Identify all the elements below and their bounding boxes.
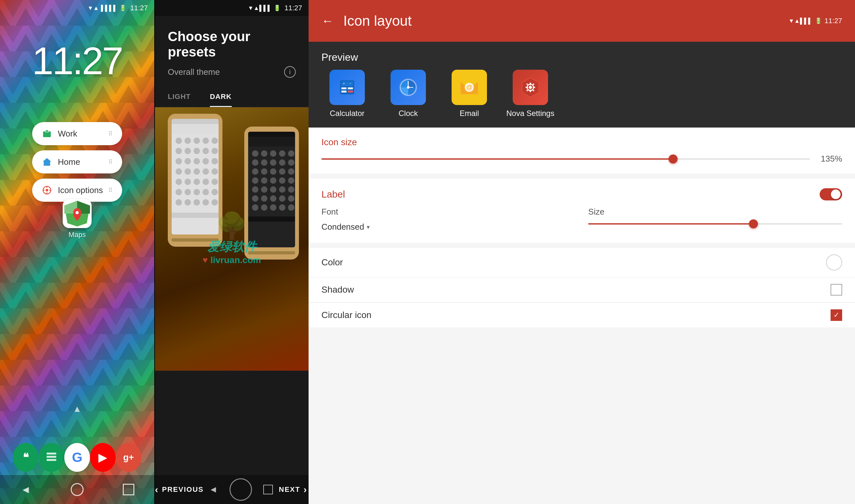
preview-nova: Nova Settings: [505, 70, 556, 118]
header-time: 11:27: [824, 17, 842, 25]
preview-email: @ Email: [443, 70, 495, 118]
svg-text:@: @: [466, 84, 472, 91]
icon-options-icon: [41, 184, 53, 196]
tab-dark[interactable]: DARK: [210, 87, 232, 107]
status-icons: ▼▲ ▌▌▌▌ 🔋 11:27: [87, 4, 148, 12]
maps-label: Maps: [68, 231, 86, 239]
bars-icon: ▌▌▌▌: [101, 5, 117, 12]
info-button[interactable]: i: [284, 66, 296, 78]
maps-app-icon[interactable]: Maps: [63, 199, 92, 239]
circular-row: Circular icon ✓: [309, 303, 855, 327]
icon-options-dots: ⠿: [108, 187, 113, 194]
menu-item-home[interactable]: Home ⠿: [32, 150, 122, 174]
circular-checkbox[interactable]: ✓: [831, 309, 842, 321]
dock-gplus[interactable]: g+: [116, 443, 141, 472]
nav-back[interactable]: ◄: [16, 480, 35, 499]
battery-icon: 🔋: [119, 4, 126, 12]
icon-size-thumb[interactable]: [668, 155, 678, 163]
header-battery: 🔋: [815, 17, 822, 24]
next-label: NEXT: [279, 485, 300, 494]
size-thumb[interactable]: [749, 219, 758, 228]
nav-arrow-up: ▲: [73, 404, 82, 414]
svg-rect-1: [45, 130, 49, 132]
signal-icon: ▼▲: [87, 5, 99, 12]
nav-home[interactable]: [68, 480, 87, 499]
nav-previous-button[interactable]: ‹ PREVIOUS: [155, 484, 204, 495]
back-nav[interactable]: ◄: [204, 480, 223, 499]
screen2-battery: 🔋: [274, 4, 281, 12]
screen2-time: 11:27: [284, 4, 302, 12]
svg-point-4: [46, 189, 48, 192]
preview-label: Preview: [321, 51, 842, 63]
calculator-label: Calculator: [330, 109, 365, 118]
svg-point-39: [529, 86, 532, 89]
icon-size-fill: [321, 158, 673, 160]
maps-icon-graphic: [63, 199, 92, 228]
screen2-bottom-nav: ‹ PREVIOUS ◄ NEXT ›: [155, 475, 309, 504]
calculator-icon: + −: [330, 70, 365, 105]
dock-youtube[interactable]: ▶: [90, 443, 116, 472]
label-section: Label Font Condensed ▾ Size: [309, 179, 855, 243]
label-toggle[interactable]: [820, 188, 842, 200]
screen3-header: ← Icon layout ▼▲▌▌▌ 🔋 11:27: [309, 0, 855, 42]
font-column: Font Condensed ▾: [321, 207, 575, 233]
home-nav[interactable]: [229, 478, 252, 501]
phone-screen-light: [172, 119, 219, 234]
font-dropdown[interactable]: Condensed ▾: [321, 222, 575, 232]
font-value: Condensed: [321, 222, 364, 232]
screen1-homescreen: ▼▲ ▌▌▌▌ 🔋 11:27 11:27 Work ⠿ H: [0, 0, 154, 504]
homescreen-menu: Work ⠿ Home ⠿ I: [32, 122, 122, 202]
work-label: Work: [58, 129, 103, 139]
screen3-icon-layout: ← Icon layout ▼▲▌▌▌ 🔋 11:27 Preview: [309, 0, 855, 504]
svg-rect-16: [47, 453, 56, 454]
font-col-label: Font: [321, 207, 575, 217]
phone-screen-dark: [248, 132, 295, 247]
phone-body-dark: [244, 127, 299, 259]
clock-label: Clock: [399, 109, 418, 118]
icon-size-track[interactable]: [321, 158, 810, 160]
shadow-row: Shadow: [309, 277, 855, 302]
dock-google[interactable]: G: [64, 443, 90, 472]
screen3-status: ▼▲▌▌▌ 🔋 11:27: [788, 17, 842, 25]
screen2-status-icons: ▼▲▌▌▌ 🔋 11:27: [248, 4, 302, 12]
tab-light[interactable]: LIGHT: [168, 87, 191, 107]
bottom-navigation: ◄: [0, 475, 154, 504]
svg-rect-40: [530, 83, 531, 85]
circular-label: Circular icon: [321, 310, 371, 320]
dock-hangouts[interactable]: ❝: [13, 443, 39, 472]
svg-point-14: [75, 211, 79, 214]
svg-marker-2: [43, 158, 51, 166]
next-chevron: ›: [303, 484, 307, 495]
svg-rect-42: [525, 87, 528, 88]
recents-nav[interactable]: [258, 480, 278, 499]
screen2-title: Choose your presets: [168, 29, 296, 60]
preview-calculator: + − Calculator: [321, 70, 373, 118]
nav-center: ◄: [204, 478, 278, 501]
screen2-signal: ▼▲▌▌▌: [248, 5, 272, 12]
home-dots: ⠿: [108, 158, 113, 165]
screen2-status-bar: ▼▲▌▌▌ 🔋 11:27: [155, 0, 309, 16]
back-button[interactable]: ←: [321, 14, 334, 28]
menu-item-work[interactable]: Work ⠿: [32, 122, 122, 145]
preview-area: Preview + −: [309, 42, 855, 127]
icon-size-slider-row: 135%: [321, 154, 842, 164]
size-column: Size: [575, 207, 842, 233]
size-slider[interactable]: [588, 223, 842, 224]
shadow-checkbox[interactable]: [831, 284, 842, 295]
color-picker[interactable]: [826, 254, 842, 270]
svg-rect-43: [533, 87, 535, 88]
dock-sheets[interactable]: [39, 443, 64, 472]
prev-chevron: ‹: [155, 484, 159, 495]
homescreen-clock: 11:27: [0, 38, 154, 83]
email-label: Email: [460, 109, 479, 118]
dock-bar: ❝ G ▶ g+: [0, 443, 154, 472]
nav-next-button[interactable]: NEXT ›: [278, 484, 309, 495]
home-label: Home: [58, 157, 103, 167]
phone-mockup-dark: [244, 127, 299, 259]
home-icon: [41, 156, 53, 168]
work-dots: ⠿: [108, 130, 113, 137]
menu-item-icon-options[interactable]: Icon options ⠿: [32, 179, 122, 202]
screen2-tabs: LIGHT DARK: [155, 87, 309, 107]
nova-settings-label: Nova Settings: [506, 109, 554, 118]
nav-recents[interactable]: [119, 480, 138, 499]
